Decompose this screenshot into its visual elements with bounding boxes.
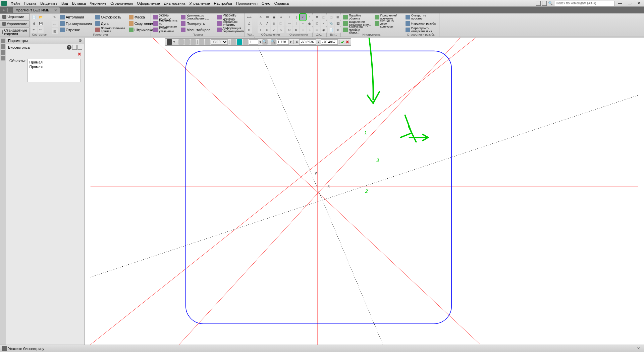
split-button[interactable]: Разбить кривую bbox=[216, 14, 246, 20]
contour-bound-button[interactable]: Контур по границе облас... bbox=[342, 27, 372, 33]
con-1[interactable]: ⊥ bbox=[286, 14, 292, 20]
autoline-icon[interactable]: ✎ bbox=[52, 14, 58, 20]
ft-pen-icon[interactable] bbox=[167, 39, 172, 45]
simple-hole-button[interactable]: Отверстие простое bbox=[405, 14, 438, 20]
thread-ext-button[interactable]: Наружная резьба bbox=[405, 20, 438, 27]
rect-icon[interactable]: ▭ bbox=[52, 21, 58, 27]
ft-cancel-button[interactable]: ✕ bbox=[345, 39, 350, 45]
params-help-button[interactable]: ? bbox=[67, 45, 71, 50]
diag-5[interactable]: ⊞ bbox=[314, 27, 320, 33]
vtab-drawing[interactable]: Черчение bbox=[0, 13, 30, 20]
status-close-button[interactable]: ✕ bbox=[635, 346, 642, 351]
menu-file[interactable]: Файл bbox=[9, 1, 22, 6]
circle-button[interactable]: Окружность bbox=[94, 14, 126, 20]
maximize-icon[interactable] bbox=[542, 1, 547, 6]
params-expand-button[interactable] bbox=[72, 45, 77, 50]
menu-insert[interactable]: Вставка bbox=[70, 1, 88, 6]
ft-scale-icon[interactable] bbox=[243, 39, 248, 45]
print-button[interactable]: 🖨 bbox=[31, 20, 37, 27]
ins-1[interactable]: ⬚ bbox=[328, 14, 334, 20]
ft-snap1-icon[interactable] bbox=[178, 39, 184, 45]
con-8[interactable]: ◐ bbox=[307, 20, 313, 27]
rotate-button[interactable]: Повернуть bbox=[180, 20, 214, 27]
con-5[interactable]: — bbox=[286, 20, 292, 27]
note-5[interactable]: А bbox=[258, 20, 264, 27]
diag-2[interactable]: ⬚ bbox=[321, 14, 327, 20]
rebuild-holes-button[interactable]: Перестроить отверстия и из... bbox=[405, 27, 438, 33]
ft-grid-icon[interactable] bbox=[199, 39, 204, 45]
redo-button[interactable]: ↷ bbox=[38, 27, 44, 33]
menu-settings[interactable]: Настройка bbox=[212, 1, 234, 6]
menu-view[interactable]: Вид bbox=[59, 1, 70, 6]
ins-6[interactable]: ⊕ bbox=[335, 27, 341, 33]
auxline-button[interactable]: Вспомогательная прямая bbox=[94, 27, 126, 33]
menu-drawing[interactable]: Черчение bbox=[88, 1, 109, 6]
move-coords-button[interactable]: Переместить по координатам bbox=[152, 20, 178, 27]
diag-1[interactable]: ⚙ bbox=[314, 14, 320, 20]
note-2[interactable]: Ш bbox=[264, 14, 270, 20]
ft-snap2-icon[interactable] bbox=[184, 39, 190, 45]
autoline-button[interactable]: Автолиния bbox=[59, 14, 93, 20]
con-6[interactable]: | bbox=[293, 20, 299, 27]
params-gear-icon[interactable]: ⚙ bbox=[78, 38, 82, 43]
con-7[interactable]: = bbox=[300, 20, 306, 27]
con-2[interactable]: ∥ bbox=[293, 14, 299, 20]
dim-angle-button[interactable]: ∠ bbox=[246, 20, 252, 27]
params-object-1[interactable]: Прямая bbox=[29, 64, 79, 69]
con-4[interactable]: ○ bbox=[307, 14, 313, 20]
ft-zoomfit-icon[interactable]: 🔍 bbox=[262, 39, 268, 45]
menu-formatting[interactable]: Оформление bbox=[135, 1, 162, 6]
params-collapse-button[interactable] bbox=[77, 45, 82, 50]
vtab-standard-parts[interactable]: Стандартные изделия bbox=[0, 28, 30, 37]
menu-diagnostics[interactable]: Диагностика bbox=[162, 1, 187, 6]
arc-button[interactable]: Дуга bbox=[94, 20, 126, 27]
open-button[interactable]: 📂 bbox=[38, 14, 44, 20]
ins-3[interactable]: 📎 bbox=[328, 20, 334, 27]
diag-6[interactable]: ◉ bbox=[321, 27, 327, 33]
ft-cs-select[interactable]: СК 0 bbox=[211, 39, 228, 45]
con-9[interactable]: ⊙ bbox=[286, 27, 292, 33]
ft-snap3-icon[interactable] bbox=[191, 39, 196, 45]
ft-zoom-input[interactable] bbox=[277, 39, 289, 45]
segment-button[interactable]: Отрезок bbox=[59, 27, 93, 33]
copy-point-button[interactable]: Копия указанием bbox=[152, 27, 178, 33]
ft-mode2-icon[interactable] bbox=[237, 39, 242, 45]
note-3[interactable]: ◉ bbox=[271, 14, 277, 20]
ins-5[interactable]: 📄 bbox=[328, 27, 334, 33]
deform-button[interactable]: Деформация перемещением bbox=[216, 27, 246, 33]
close-button[interactable]: ✕ bbox=[635, 1, 643, 6]
params-layers-icon[interactable] bbox=[1, 56, 5, 60]
new-doc-button[interactable]: 📄 bbox=[31, 14, 37, 20]
params-tree-icon[interactable] bbox=[1, 39, 5, 43]
note-1[interactable]: A bbox=[258, 14, 264, 20]
ft-scale-input[interactable] bbox=[249, 39, 258, 45]
params-close-button[interactable]: ✕ bbox=[77, 51, 82, 57]
drawing-canvas[interactable]: ▼ СК 0 ▼ 🔍 🔍 ▼ X-69.8936 Y-70.4867 ✔ ✕ bbox=[85, 38, 644, 345]
params-object-0[interactable]: Прямая bbox=[29, 60, 79, 64]
ins-2[interactable]: ⊞ bbox=[335, 14, 341, 20]
diag-4[interactable]: ✓ bbox=[321, 20, 327, 27]
con-bisector[interactable]: ∠ bbox=[300, 14, 306, 20]
ins-4[interactable]: 🖼 bbox=[335, 20, 341, 27]
restore-icon[interactable] bbox=[536, 1, 541, 6]
note-9[interactable]: T bbox=[258, 27, 264, 33]
menu-window[interactable]: Окно bbox=[260, 1, 272, 6]
new-tab-button[interactable]: + bbox=[1, 8, 7, 12]
scale-button[interactable]: Масштабиров... bbox=[180, 27, 214, 33]
note-10[interactable]: ⊞ bbox=[264, 27, 270, 33]
rectangle-button[interactable]: Прямоугольник bbox=[59, 20, 93, 27]
note-4[interactable]: ⌀ bbox=[278, 14, 284, 20]
dim-radius-button[interactable]: R bbox=[246, 27, 252, 33]
document-tab[interactable]: Фрагмент БЕЗ ИМЕ... ✕ bbox=[13, 7, 59, 13]
menu-edit[interactable]: Правка bbox=[22, 1, 38, 6]
menu-management[interactable]: Управление bbox=[187, 1, 212, 6]
dim-linear-button[interactable]: ⟷ bbox=[246, 14, 252, 20]
command-search-input[interactable] bbox=[554, 1, 614, 6]
mirror-button[interactable]: Зеркально отразить bbox=[216, 20, 246, 27]
similar-button[interactable]: Подобие объекта bbox=[342, 14, 372, 20]
two-contours-button[interactable]: Контур по двум контурам bbox=[374, 20, 401, 27]
ft-mode1-icon[interactable] bbox=[231, 39, 236, 45]
menu-constraints[interactable]: Ограничения bbox=[108, 1, 135, 6]
diag-3[interactable]: ☑ bbox=[314, 20, 320, 27]
note-8[interactable]: ⬚ bbox=[278, 20, 284, 27]
